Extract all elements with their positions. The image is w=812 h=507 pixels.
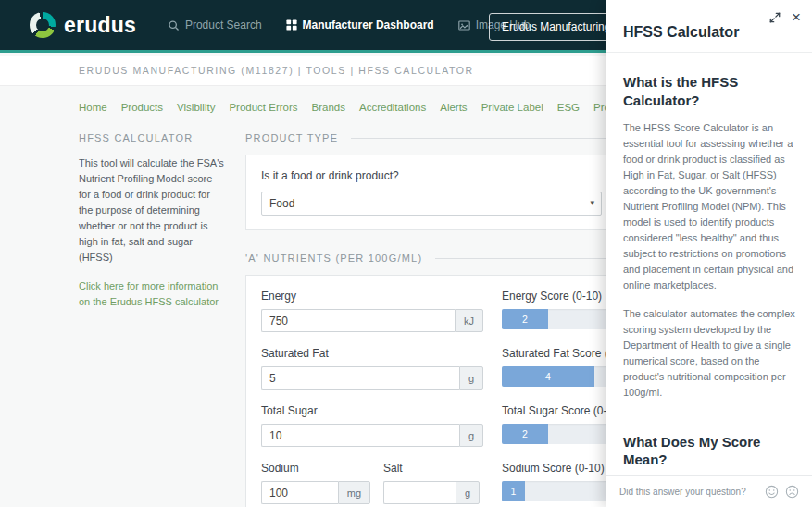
product-type-select-wrap: Food ▾: [261, 192, 602, 216]
hfss-sidebar: HFSS CALCULATOR This tool will calculate…: [79, 132, 225, 507]
expand-icon[interactable]: [769, 12, 781, 23]
nav-item-manufacturer-dashboard[interactable]: Manufacturer Dashboard: [286, 19, 434, 31]
unit-addon: mg: [338, 481, 370, 504]
field-label: Energy: [261, 290, 483, 303]
help-section2: What Does My Score Mean? The final numer…: [623, 414, 795, 475]
subnav-item-visibility[interactable]: Visibility: [177, 102, 215, 113]
account-button[interactable]: Erudus Manufacturing: [489, 13, 623, 41]
help-panel-footer: Did this answer your question?: [606, 475, 812, 507]
subnav-item-products[interactable]: Products: [121, 102, 163, 113]
sodium-field: Sodium mg If the Sodium value is not kno…: [261, 462, 370, 507]
nav-item-product-search[interactable]: Product Search: [168, 19, 262, 31]
brand-wordmark: erudus: [64, 13, 136, 38]
unit-addon: g: [456, 481, 480, 504]
erudus-logo-icon: [30, 12, 56, 38]
saturated-fat-score-fill: 4: [502, 366, 594, 387]
image-icon: [458, 19, 470, 31]
total-sugar-field: Total Sugar g: [261, 404, 483, 447]
search-icon: [168, 19, 180, 31]
field-label: Sodium: [261, 462, 370, 475]
product-type-select[interactable]: Food: [261, 192, 602, 216]
unit-addon: g: [459, 424, 483, 447]
subnav-item-esg[interactable]: ESG: [557, 102, 580, 113]
sidebar-description: This tool will calculate the FSA's Nutri…: [79, 155, 225, 266]
sodium-salt-pair: Sodium mg If the Sodium value is not kno…: [261, 462, 483, 507]
help-panel-header: × HFSS Calculator: [606, 0, 812, 53]
help-panel: × HFSS Calculator What is the HFSS Calcu…: [606, 0, 812, 507]
happy-face-icon[interactable]: [765, 485, 779, 499]
saturated-fat-input[interactable]: [261, 366, 459, 390]
total-sugar-input[interactable]: [261, 424, 459, 447]
salt-input[interactable]: [383, 481, 456, 504]
dashboard-icon: [286, 19, 297, 31]
subnav-item-private-label[interactable]: Private Label: [481, 102, 543, 113]
erudus-logo-hole: [36, 19, 49, 31]
subnav-item-accreditations[interactable]: Accreditations: [359, 102, 426, 113]
total-sugar-score-fill: 2: [502, 424, 548, 444]
brand-link[interactable]: erudus: [30, 12, 136, 38]
feedback-question: Did this answer your question?: [619, 487, 746, 497]
field-label: Salt: [383, 462, 480, 475]
sidebar-heading: HFSS CALCULATOR: [79, 132, 225, 143]
energy-input[interactable]: [261, 309, 455, 332]
salt-field: Salt g Enter if the Sodium value is not …: [383, 462, 480, 507]
sad-face-icon[interactable]: [785, 485, 799, 499]
unit-addon: g: [459, 366, 483, 390]
subnav-item-alerts[interactable]: Alerts: [440, 102, 467, 113]
energy-score-fill: 2: [502, 309, 548, 329]
help-section1-paragraph2: The calculator automates the complex sco…: [623, 306, 795, 401]
page: erudus Product Search Manufacturer: [0, 0, 812, 507]
hfss-info-link[interactable]: Click here for more information on the E…: [79, 278, 225, 310]
nav-item-label: Manufacturer Dashboard: [303, 19, 434, 31]
subnav-item-home[interactable]: Home: [79, 102, 107, 113]
help-section1-paragraph1: The HFSS Score Calculator is an essentia…: [623, 120, 795, 294]
saturated-fat-field: Saturated Fat g: [261, 347, 483, 390]
help-panel-actions: ×: [769, 9, 801, 25]
help-panel-title: HFSS Calculator: [623, 24, 795, 41]
subnav-item-product-errors[interactable]: Product Errors: [229, 102, 297, 113]
close-icon[interactable]: ×: [792, 9, 801, 25]
nav-item-label: Product Search: [185, 19, 262, 31]
subnav-item-brands[interactable]: Brands: [312, 102, 345, 113]
primary-nav: Product Search Manufacturer Dashboard: [168, 19, 530, 31]
help-section2-heading: What Does My Score Mean?: [623, 433, 795, 469]
unit-addon: kJ: [455, 309, 483, 332]
help-panel-body: What is the HFSS Calculator? The HFSS Sc…: [606, 53, 812, 475]
feedback-faces: [765, 485, 799, 499]
field-label: Total Sugar: [261, 404, 483, 417]
energy-field: Energy kJ: [261, 290, 483, 332]
sodium-score-fill: 1: [502, 481, 525, 501]
sodium-input[interactable]: [261, 481, 338, 504]
field-label: Saturated Fat: [261, 347, 483, 360]
help-section1-heading: What is the HFSS Calculator?: [623, 73, 795, 109]
